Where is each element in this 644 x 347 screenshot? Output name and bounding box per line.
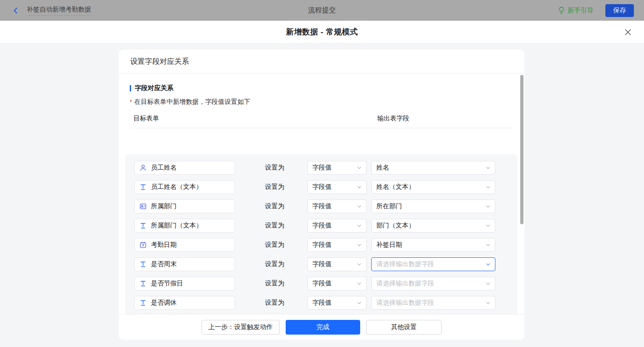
target-field-label: 是否节假日 [151, 279, 183, 288]
value-type-select[interactable]: 字段值 [307, 219, 367, 233]
value-type-value: 字段值 [312, 164, 332, 172]
text-field-icon [139, 261, 147, 268]
chevron-down-icon [356, 223, 362, 228]
column-headers: 目标表单 输出表字段 [130, 114, 513, 123]
target-field-label: 是否周末 [151, 260, 177, 268]
output-field-value: 所在部门 [376, 202, 402, 210]
chevron-down-icon [356, 242, 362, 248]
chevron-down-icon [485, 223, 491, 228]
target-field-label: 员工姓名（文本） [151, 183, 202, 191]
chevron-down-icon [356, 184, 362, 190]
output-field-select[interactable]: 姓名 [371, 161, 495, 175]
section-title: 字段对应关系 [130, 84, 513, 92]
top-bar: 补签自动新增考勤数据 流程提交 新手引导 保存 [0, 0, 644, 21]
output-field-value: 补签日期 [376, 241, 402, 249]
save-button[interactable]: 保存 [605, 4, 634, 17]
value-type-select[interactable]: 字段值 [307, 161, 367, 175]
chevron-down-icon [485, 204, 491, 209]
field-mapping-row: 员工姓名（文本） 设置为 字段值 姓名（文本） [125, 180, 517, 194]
chevron-down-icon [356, 281, 362, 286]
header-divider [130, 128, 513, 128]
target-field-label: 员工姓名 [151, 164, 177, 172]
modal-header: 新增数据 - 常规模式 [0, 21, 644, 44]
prev-step-button[interactable]: 上一步：设置触发动作 [201, 320, 280, 335]
chevron-down-icon [485, 165, 491, 171]
output-field-select[interactable]: 补签日期 [371, 238, 495, 252]
set-as-label: 设置为 [265, 183, 284, 191]
field-mapping-row: 是否周末 设置为 字段值 请选择输出数据字段 [125, 257, 517, 271]
close-icon [624, 28, 632, 36]
output-field-select[interactable]: 请选择输出数据字段 [371, 296, 495, 310]
set-as-label: 设置为 [265, 279, 284, 288]
set-as-label: 设置为 [265, 241, 284, 249]
field-mapping-row: 是否节假日 设置为 字段值 请选择输出数据字段 [125, 277, 517, 290]
field-mapping-row: 考勤日期 设置为 字段值 补签日期 [125, 238, 517, 252]
scrollbar-thumb[interactable] [520, 75, 523, 224]
section-note: * 在目标表单中新增数据，字段值设置如下 [130, 98, 513, 106]
value-type-select[interactable]: 字段值 [307, 277, 367, 290]
set-as-label: 设置为 [265, 260, 284, 268]
modal-title: 新增数据 - 常规模式 [286, 27, 358, 37]
output-field-value: 姓名（文本） [376, 183, 415, 191]
flow-name-title[interactable]: 补签自动新增考勤数据 [27, 6, 91, 16]
required-asterisk: * [130, 98, 132, 106]
field-mapping-card: 设置字段对应关系 字段对应关系 * 在目标表单中新增数据，字段值设置如下 目标表… [119, 50, 524, 340]
chevron-down-icon [356, 204, 362, 209]
value-type-select[interactable]: 字段值 [307, 238, 367, 252]
date-field-icon [139, 241, 147, 249]
output-field-value: 请选择输出数据字段 [376, 260, 434, 268]
value-type-select[interactable]: 字段值 [307, 296, 367, 310]
beginner-guide-button[interactable]: 新手引导 [558, 6, 593, 15]
target-field-box: 员工姓名 [134, 161, 235, 175]
target-field-box: 考勤日期 [134, 238, 235, 252]
chevron-down-icon [356, 165, 362, 171]
text-field-icon [139, 222, 147, 229]
section-accent-bar [130, 85, 131, 91]
value-type-value: 字段值 [312, 279, 332, 288]
output-field-select[interactable]: 请选择输出数据字段 [371, 277, 495, 290]
chevron-down-icon [485, 281, 491, 286]
target-field-box: 所属部门 [134, 199, 235, 213]
value-type-select[interactable]: 字段值 [307, 180, 367, 194]
field-mapping-row: 所属部门（文本） 设置为 字段值 部门（文本） [125, 219, 517, 233]
output-field-select[interactable]: 姓名（文本） [371, 180, 495, 194]
card-footer: 上一步：设置触发动作 完成 其他设置 [119, 314, 524, 340]
target-field-box: 是否调休 [134, 296, 235, 310]
target-field-box: 是否节假日 [134, 277, 235, 290]
target-field-label: 所属部门（文本） [151, 222, 202, 230]
output-field-value: 请选择输出数据字段 [376, 299, 434, 307]
close-button[interactable] [623, 27, 633, 37]
value-type-select[interactable]: 字段值 [307, 257, 367, 271]
target-field-label: 所属部门 [151, 202, 177, 210]
output-field-select[interactable]: 所在部门 [371, 199, 495, 213]
output-field-value: 部门（文本） [376, 222, 415, 230]
text-field-icon [139, 183, 147, 191]
output-field-select[interactable]: 部门（文本） [371, 219, 495, 233]
set-as-label: 设置为 [265, 202, 284, 210]
back-button[interactable] [12, 7, 19, 14]
value-type-select[interactable]: 字段值 [307, 199, 367, 213]
set-as-label: 设置为 [265, 164, 284, 172]
value-type-value: 字段值 [312, 222, 332, 230]
output-field-select[interactable]: 请选择输出数据字段 [371, 257, 495, 271]
field-mapping-row: 员工姓名 设置为 字段值 姓名 [125, 161, 517, 175]
target-field-box: 是否周末 [134, 257, 235, 271]
chevron-left-icon [12, 7, 19, 14]
chevron-down-icon [485, 262, 491, 267]
beginner-guide-label: 新手引导 [568, 6, 593, 15]
chevron-down-icon [485, 242, 491, 248]
output-field-value: 姓名 [376, 164, 389, 172]
target-field-label: 是否调休 [151, 299, 177, 307]
set-as-label: 设置为 [265, 299, 284, 307]
text-field-icon [139, 299, 147, 307]
field-mapping-list: 员工姓名 设置为 字段值 姓名 员工姓名（文本） 设置为 字段值 姓名（文本） [125, 161, 517, 314]
card-header-title: 设置字段对应关系 [119, 50, 524, 74]
finish-button[interactable]: 完成 [286, 320, 360, 335]
target-field-box: 员工姓名（文本） [134, 180, 235, 194]
chevron-down-icon [356, 262, 362, 267]
set-as-label: 设置为 [265, 222, 284, 230]
other-settings-button[interactable]: 其他设置 [366, 320, 442, 335]
chevron-down-icon [485, 184, 491, 190]
lightbulb-icon [558, 6, 565, 14]
target-field-label: 考勤日期 [151, 241, 177, 249]
